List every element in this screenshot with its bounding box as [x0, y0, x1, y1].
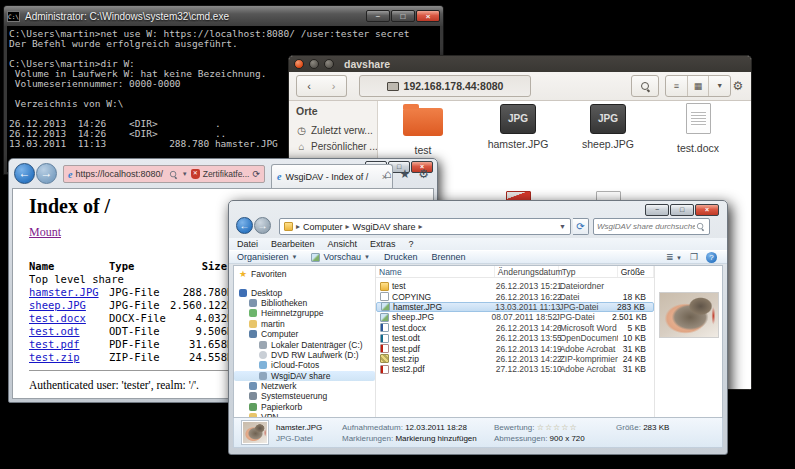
url-text[interactable]: https://localhost:8080/	[75, 169, 164, 179]
column-size[interactable]: Größe	[618, 266, 654, 277]
sidebar-item-icloud-fotos[interactable]: iCloud-Fotos	[234, 360, 375, 370]
organize-button[interactable]: Organisieren▼	[237, 252, 297, 262]
list-view-icon[interactable]: ≡	[666, 76, 688, 96]
sidebar-item-netzwerk[interactable]: Netzwerk	[234, 381, 375, 391]
table-row[interactable]: sheep.JPG08.07.2011 18:52JPG-Datei2.501 …	[376, 312, 654, 322]
file-item[interactable]: JPGsheep.JPG	[564, 104, 652, 150]
grid-view-icon[interactable]: ▦	[688, 76, 710, 96]
sidebar-item-vpn[interactable]: VPN	[234, 412, 375, 417]
forward-button[interactable]: →	[254, 217, 271, 234]
breadcrumb-current[interactable]: WsgiDAV share	[353, 222, 416, 232]
menu-bearbeiten[interactable]: Bearbeiten	[271, 239, 315, 249]
sidebar-item-computer[interactable]: Computer	[234, 329, 375, 339]
search-input[interactable]	[597, 222, 695, 231]
file-link[interactable]: hamster.JPG	[29, 286, 99, 298]
file-link[interactable]: test.docx	[29, 312, 86, 324]
maximize-icon[interactable]	[324, 59, 334, 69]
cmd-title-bar: C:\ Administrator: C:\Windows\system32\c…	[4, 6, 443, 26]
sidebar-item-wsgidav-share[interactable]: WsgiDAV share	[234, 371, 375, 381]
sidebar-item-systemsteuerung[interactable]: Systemsteuerung	[234, 391, 375, 401]
table-row[interactable]: test.docx26.12.2013 14:26Microsoft Word …	[376, 323, 654, 333]
word-file-icon	[380, 323, 389, 332]
file-link[interactable]: test.odt	[29, 325, 80, 337]
mount-link[interactable]: Mount	[29, 225, 61, 240]
minimize-button[interactable]: −	[645, 204, 669, 216]
gear-icon[interactable]: ⚙	[727, 75, 749, 97]
chevron-down-icon[interactable]: ▼	[182, 171, 188, 177]
forward-button[interactable]: →	[36, 163, 57, 184]
search-button[interactable]	[631, 75, 659, 97]
column-type[interactable]: Typ	[559, 266, 618, 277]
menu-hilfe[interactable]: ?	[409, 239, 414, 249]
address-button[interactable]: 192.168.178.44:8080	[359, 75, 531, 97]
menu-extras[interactable]: Extras	[370, 239, 396, 249]
maximize-button[interactable]: □	[670, 204, 694, 216]
sidebar-item-recent[interactable]: ◷Zuletzt verw...	[296, 122, 377, 138]
pdf-file-icon	[380, 365, 389, 374]
preview-pane-icon[interactable]: ❐	[690, 252, 698, 262]
tab-title: WsgiDAV - Index of /	[285, 172, 377, 182]
table-row[interactable]: test2.pdf27.12.2013 15:10Adobe Acrobat D…	[376, 364, 654, 374]
preview-button[interactable]: Vorschau▼	[311, 252, 369, 262]
address-bar[interactable]: e https://localhost:8080/ ▼ ✕ Zertifikat…	[63, 165, 265, 183]
file-icon	[380, 292, 389, 301]
print-button[interactable]: Drucken	[384, 252, 418, 262]
sidebar-item-dvd-drive[interactable]: DVD RW Laufwerk (D:)	[234, 350, 375, 360]
sidebar-item-local-disk[interactable]: Lokaler Datenträger (C:)	[234, 339, 375, 349]
refresh-icon[interactable]: ⟳	[252, 169, 260, 179]
close-button[interactable]: ×	[695, 204, 719, 216]
table-row[interactable]: test.pdf26.12.2013 14:19Adobe Acrobat D.…	[376, 343, 654, 353]
sidebar-item-heimnetzgruppe[interactable]: Heimnetzgruppe	[234, 308, 375, 318]
views-icon[interactable]: ≣ ▼	[666, 252, 682, 262]
minimize-icon[interactable]	[309, 59, 319, 69]
minimize-button[interactable]: −	[366, 10, 390, 22]
home-icon[interactable]: ⌂	[384, 167, 391, 181]
burn-button[interactable]: Brennen	[431, 252, 465, 262]
help-icon[interactable]: ?	[706, 252, 717, 263]
breadcrumb[interactable]: ▸ Computer ▸ WsgiDAV share ▸ ▼	[279, 218, 571, 235]
chevron-down-icon[interactable]: ▼	[559, 223, 566, 230]
close-button[interactable]: ×	[416, 10, 440, 22]
explorer-navigation-bar: ← → ▸ Computer ▸ WsgiDAV share ▸ ▼ ⟳	[229, 217, 727, 237]
certificate-error-button[interactable]: Zertifikatfe...	[203, 169, 250, 179]
browser-tab[interactable]: e WsgiDAV - Index of / ×	[271, 164, 393, 188]
add-tag-link[interactable]: Markierung hinzufügen	[395, 434, 476, 443]
rating-stars[interactable]: ☆☆☆☆☆	[537, 423, 578, 432]
sidebar-item-papierkorb[interactable]: Papierkorb	[234, 402, 375, 412]
settings-gear-icon[interactable]: ⚙	[418, 167, 429, 181]
column-date[interactable]: Änderungsdatum	[495, 266, 559, 277]
close-icon[interactable]	[294, 59, 304, 69]
refresh-button[interactable]: ⟳	[573, 218, 589, 235]
table-row[interactable]: test.odt26.12.2013 13:55OpenDocument T..…	[376, 333, 654, 343]
image-file-icon	[380, 313, 389, 322]
breadcrumb-computer[interactable]: Computer	[303, 222, 343, 232]
column-name[interactable]: Name	[376, 266, 495, 277]
table-row[interactable]: COPYING26.12.2013 16:22Datei18 KB	[376, 291, 654, 301]
back-button[interactable]: ‹	[296, 75, 322, 97]
search-box[interactable]	[593, 218, 710, 235]
file-link[interactable]: test.zip	[29, 351, 80, 363]
file-item[interactable]: JPGhamster.JPG	[474, 104, 562, 150]
file-link[interactable]: sheep.JPG	[29, 299, 86, 311]
menu-datei[interactable]: Datei	[237, 239, 258, 249]
file-link[interactable]: test.pdf	[29, 338, 80, 350]
sidebar-item-bibliotheken[interactable]: Bibliotheken	[234, 298, 375, 308]
maximize-button[interactable]: □	[391, 10, 415, 22]
file-item[interactable]: test	[379, 104, 467, 156]
folder-icon	[403, 108, 443, 136]
table-row-selected[interactable]: hamster.JPG13.03.2011 11:13JPG-Datei283 …	[376, 302, 654, 312]
sidebar-item-favoriten[interactable]: ★Favoriten	[234, 269, 375, 279]
menu-ansicht[interactable]: Ansicht	[328, 239, 358, 249]
sidebar-item-martin[interactable]: martin	[234, 319, 375, 329]
forward-button[interactable]: ›	[321, 75, 347, 97]
table-row[interactable]: test26.12.2013 15:21Dateiordner	[376, 281, 654, 291]
file-item[interactable]: test.docx	[654, 103, 742, 154]
back-button[interactable]: ←	[14, 163, 35, 184]
search-icon[interactable]	[169, 170, 178, 179]
table-row[interactable]: test.zip26.12.2013 14:22ZIP-komprimierte…	[376, 354, 654, 364]
favorites-star-icon[interactable]: ★	[399, 167, 410, 181]
sidebar-item-desktop[interactable]: Desktop	[234, 287, 375, 297]
tab-favicon: e	[277, 171, 281, 182]
back-button[interactable]: ←	[236, 217, 253, 234]
sidebar-item-home[interactable]: ⌂Persönlicher ...	[296, 138, 377, 154]
